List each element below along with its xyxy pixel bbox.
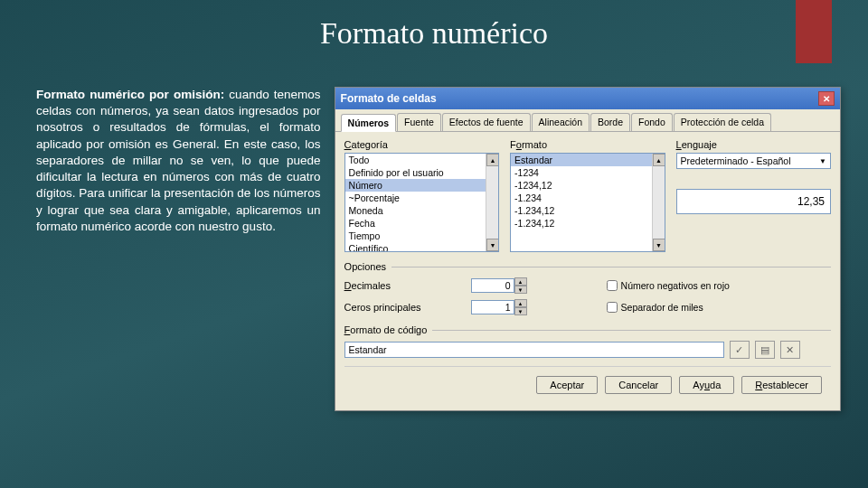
- spin-down-icon[interactable]: ▼: [514, 307, 527, 315]
- scroll-up-icon[interactable]: ▲: [653, 154, 665, 166]
- codigo-header: Formato de código: [344, 324, 831, 335]
- dialog-footer: Aceptar Cancelar Ayuda Restablecer: [344, 366, 831, 403]
- tab-números[interactable]: Números: [341, 114, 397, 132]
- codigo-input[interactable]: Estandar: [344, 342, 724, 358]
- ayuda-button[interactable]: Ayuda: [679, 376, 734, 394]
- delete-icon[interactable]: ✕: [780, 341, 800, 359]
- desc-body: cuando tenemos celdas con números, ya se…: [36, 88, 321, 233]
- tab-borde[interactable]: Borde: [590, 113, 630, 131]
- list-item[interactable]: Estandar: [511, 154, 664, 166]
- close-icon[interactable]: ✕: [818, 91, 835, 106]
- scroll-up-icon[interactable]: ▲: [486, 154, 499, 166]
- list-item[interactable]: Definido por el usuario: [345, 166, 498, 179]
- preview-box: 12,35: [676, 189, 831, 214]
- list-item[interactable]: -1.234: [511, 192, 664, 204]
- neg-rojo-checkbox[interactable]: Número negativos en rojo: [607, 280, 730, 291]
- spin-up-icon[interactable]: ▲: [514, 277, 527, 286]
- tab-protección-de-celda[interactable]: Protección de celda: [674, 113, 771, 131]
- restablecer-button[interactable]: Restablecer: [741, 376, 822, 394]
- opciones-header: Opciones: [344, 261, 831, 272]
- tab-fuente[interactable]: Fuente: [397, 113, 441, 131]
- list-item[interactable]: Tiempo: [345, 230, 498, 242]
- note-icon[interactable]: ▤: [755, 341, 775, 359]
- cancelar-button[interactable]: Cancelar: [605, 376, 672, 394]
- lenguaje-value: Predeterminado - Español: [681, 155, 791, 166]
- aceptar-button[interactable]: Aceptar: [536, 376, 598, 394]
- formato-label: Formato: [510, 139, 665, 150]
- list-item[interactable]: -1.234,12: [511, 204, 664, 217]
- sep-miles-checkbox[interactable]: Separador de miles: [607, 302, 703, 313]
- tab-alineación[interactable]: Alineación: [532, 113, 590, 131]
- scrollbar[interactable]: ▲ ▼: [486, 154, 498, 251]
- categoria-listbox[interactable]: TodoDefinido por el usuarioNúmero~Porcen…: [344, 153, 499, 252]
- lenguaje-label: Lenguaje: [676, 139, 831, 150]
- spin-up-icon[interactable]: ▲: [514, 299, 527, 307]
- decimales-input[interactable]: [471, 278, 514, 293]
- scrollbar[interactable]: ▲ ▼: [652, 154, 665, 251]
- formato-listbox[interactable]: Estandar-1234-1234,12-1.234-1.234,12-1.2…: [510, 153, 665, 252]
- ceros-label: Ceros principales: [344, 302, 462, 313]
- list-item[interactable]: Todo: [345, 154, 498, 166]
- format-cells-dialog: Formato de celdas ✕ NúmerosFuenteEfectos…: [335, 87, 841, 411]
- decimales-spinner[interactable]: ▲ ▼: [471, 277, 534, 294]
- dialog-titlebar[interactable]: Formato de celdas ✕: [335, 88, 840, 109]
- list-item[interactable]: Fecha: [345, 217, 498, 230]
- description-text: Formato numérico por omisión: cuando ten…: [36, 87, 321, 411]
- dialog-title: Formato de celdas: [341, 92, 437, 105]
- list-item[interactable]: -1234,12: [511, 179, 664, 192]
- list-item[interactable]: ~Porcentaje: [345, 192, 498, 204]
- tab-strip: NúmerosFuenteEfectos de fuenteAlineación…: [335, 109, 840, 132]
- list-item[interactable]: -1.234,12: [511, 217, 664, 230]
- list-item[interactable]: Científico: [345, 242, 498, 252]
- tab-efectos-de-fuente[interactable]: Efectos de fuente: [442, 113, 531, 131]
- list-item[interactable]: -1234: [511, 166, 664, 179]
- slide-title: Formato numérico: [0, 0, 868, 51]
- decimales-label: Decimales: [344, 280, 462, 291]
- ceros-spinner[interactable]: ▲ ▼: [471, 299, 534, 315]
- categoria-label: Categoría: [344, 139, 499, 150]
- tab-fondo[interactable]: Fondo: [631, 113, 673, 131]
- accent-bar: [796, 0, 832, 63]
- scroll-down-icon[interactable]: ▼: [486, 239, 499, 251]
- list-item[interactable]: Número: [345, 179, 498, 192]
- list-item[interactable]: Moneda: [345, 204, 498, 217]
- spin-down-icon[interactable]: ▼: [514, 286, 527, 294]
- check-icon[interactable]: ✓: [730, 341, 750, 359]
- ceros-input[interactable]: [471, 300, 514, 314]
- chevron-down-icon: ▼: [819, 157, 826, 165]
- scroll-down-icon[interactable]: ▼: [653, 239, 665, 251]
- lenguaje-dropdown[interactable]: Predeterminado - Español ▼: [676, 153, 831, 169]
- desc-bold: Formato numérico por omisión:: [36, 88, 224, 101]
